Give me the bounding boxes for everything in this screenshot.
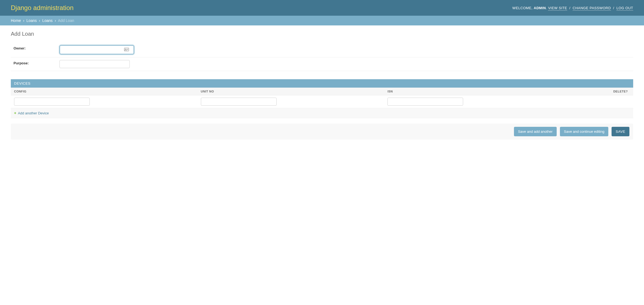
welcome-text: WELCOME, [512, 6, 533, 10]
devices-table: CONFIG UNIT NO ISN DELETE? [11, 88, 633, 118]
change-password-link[interactable]: CHANGE PASSWORD [573, 6, 611, 11]
col-isn: ISN [384, 88, 571, 95]
devices-header-row: CONFIG UNIT NO ISN DELETE? [11, 88, 633, 95]
purpose-label: Purpose: [14, 60, 57, 65]
site-title-link[interactable]: Django administration [11, 4, 74, 11]
add-another-device-link[interactable]: +Add another Device [14, 111, 49, 115]
add-device-row: +Add another Device [11, 108, 633, 118]
submit-row: Save and add another Save and continue e… [11, 124, 633, 140]
devices-inline-title: DEVICES [11, 79, 633, 88]
separator: / [613, 6, 614, 10]
dot: . [546, 6, 547, 10]
save-button[interactable]: SAVE [612, 127, 629, 136]
breadcrumb-app[interactable]: Loans [26, 18, 37, 23]
breadcrumb-sep: › [39, 18, 40, 23]
devices-inline: DEVICES CONFIG UNIT NO ISN DELETE? [11, 79, 633, 118]
username: ADMIN [534, 6, 546, 10]
form-row-purpose: Purpose: [11, 57, 633, 71]
breadcrumb-sep: › [23, 18, 24, 23]
owner-input[interactable] [61, 46, 123, 53]
add-another-device-label: Add another Device [18, 111, 49, 115]
address-card-icon[interactable] [123, 48, 130, 52]
site-title: Django administration [11, 4, 74, 12]
col-delete: DELETE? [571, 88, 633, 95]
breadcrumb-current: Add Loan [58, 18, 74, 23]
form-row-owner: Owner: [11, 42, 633, 57]
device-config-input[interactable] [14, 98, 90, 106]
save-continue-button[interactable]: Save and continue editing [560, 127, 609, 136]
separator: / [569, 6, 570, 10]
breadcrumb-sep: › [55, 18, 56, 23]
col-config: CONFIG [11, 88, 198, 95]
device-delete-cell [571, 95, 633, 108]
page-title: Add Loan [11, 31, 633, 37]
view-site-link[interactable]: VIEW SITE [548, 6, 567, 11]
devices-row [11, 95, 633, 108]
content: Add Loan Owner: [0, 25, 644, 145]
admin-header: Django administration WELCOME, ADMIN. VI… [0, 0, 644, 16]
owner-autocomplete[interactable] [59, 45, 134, 54]
purpose-input[interactable] [59, 60, 130, 68]
branding: Django administration [11, 4, 74, 12]
device-unit-no-input[interactable] [201, 98, 277, 106]
user-tools: WELCOME, ADMIN. VIEW SITE / CHANGE PASSW… [512, 6, 633, 10]
save-add-another-button[interactable]: Save and add another [514, 127, 557, 136]
breadcrumbs: Home › Loans › Loans › Add Loan [0, 16, 644, 25]
device-isn-input[interactable] [387, 98, 463, 106]
add-loan-form: Owner: [11, 42, 633, 140]
breadcrumb-model[interactable]: Loans [42, 18, 52, 23]
col-unit-no: UNIT NO [198, 88, 384, 95]
plus-icon: + [14, 111, 16, 115]
breadcrumb-home[interactable]: Home [11, 18, 21, 23]
svg-point-1 [125, 49, 127, 50]
logout-link[interactable]: LOG OUT [616, 6, 633, 11]
owner-label: Owner: [14, 45, 57, 50]
